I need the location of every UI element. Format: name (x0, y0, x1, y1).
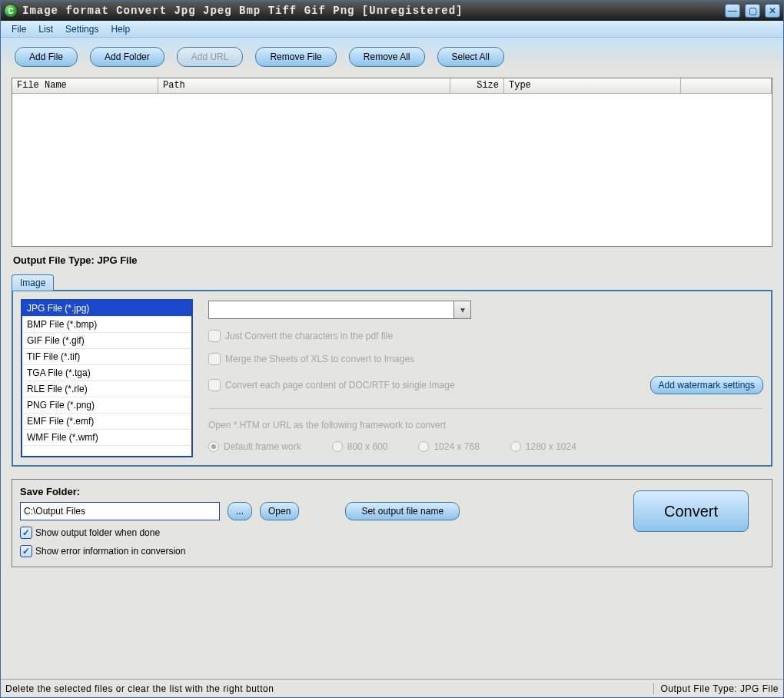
app-window: C Image format Convert Jpg Jpeg Bmp Tiff… (0, 0, 784, 698)
col-type[interactable]: Type (504, 78, 681, 93)
framework-row: Default frame work 800 x 600 1024 x 768 (208, 441, 763, 452)
opt-convert-page-checkbox[interactable] (208, 379, 221, 391)
output-file-type-label: Output File Type: JPG File (12, 251, 772, 269)
frame-800-label: 800 x 600 (347, 441, 388, 452)
menu-list[interactable]: List (34, 22, 58, 36)
tab-body: JPG File (*.jpg) BMP File (*.bmp) GIF Fi… (12, 290, 772, 467)
frame-1024-radio[interactable] (418, 441, 429, 452)
format-item-emf[interactable]: EMF File (*.emf) (22, 414, 191, 430)
opt-merge-sheets-label: Merge the Sheets of XLS to convert to Im… (225, 354, 414, 364)
show-output-folder-checkbox[interactable]: ✓ (20, 527, 32, 539)
opt-just-convert-checkbox[interactable] (208, 330, 221, 342)
format-item-rle[interactable]: RLE File (*.rle) (22, 381, 191, 397)
opt-merge-sheets-row: Merge the Sheets of XLS to convert to Im… (208, 353, 763, 365)
browse-button[interactable]: ... (228, 502, 252, 520)
format-item-bmp[interactable]: BMP File (*.bmp) (22, 317, 191, 333)
format-item-jpg[interactable]: JPG File (*.jpg) (22, 301, 191, 317)
format-list[interactable]: JPG File (*.jpg) BMP File (*.bmp) GIF Fi… (21, 299, 193, 457)
save-folder-input[interactable] (20, 502, 220, 520)
add-watermark-button[interactable]: Add watermark settings (650, 376, 763, 394)
show-error-checkbox[interactable]: ✓ (20, 545, 32, 557)
col-path[interactable]: Path (158, 78, 450, 93)
options-column: ▾ Just Convert the characters in the pdf… (208, 299, 763, 457)
menu-bar: File List Settings Help (1, 21, 783, 38)
window-title: Image format Convert Jpg Jpeg Bmp Tiff G… (22, 5, 725, 17)
frame-default-option[interactable]: Default frame work (208, 441, 301, 452)
show-output-folder-label: Show output folder when done (35, 527, 160, 538)
show-error-label: Show error information in conversion (35, 546, 185, 557)
options-combo-dropdown[interactable]: ▾ (454, 301, 471, 319)
options-combo-input[interactable] (208, 301, 454, 319)
maximize-button[interactable]: ▢ (745, 4, 760, 18)
minimize-button[interactable]: — (725, 4, 740, 18)
set-output-name-button[interactable]: Set output file name (345, 502, 460, 520)
opt-convert-page-row: Convert each page content of DOC/RTF to … (208, 379, 635, 391)
frame-1280-option[interactable]: 1280 x 1024 (510, 441, 576, 452)
add-folder-button[interactable]: Add Folder (90, 47, 164, 67)
col-spacer (681, 78, 772, 93)
add-url-button: Add URL (177, 47, 244, 67)
options-combo: ▾ (208, 301, 763, 319)
format-item-tga[interactable]: TGA File (*.tga) (22, 365, 191, 381)
options-divider (208, 408, 763, 409)
toolbar: Add File Add Folder Add URL Remove File … (12, 45, 772, 73)
opt-just-convert-label: Just Convert the characters in the pdf f… (225, 331, 393, 341)
status-right: Output File Type: JPG File (653, 683, 779, 694)
menu-settings[interactable]: Settings (61, 22, 103, 36)
menu-file[interactable]: File (7, 22, 31, 36)
frame-default-label: Default frame work (224, 441, 301, 452)
remove-all-button[interactable]: Remove All (349, 47, 425, 67)
file-list-headers: File Name Path Size Type (12, 78, 772, 94)
show-error-row: ✓ Show error information in conversion (20, 545, 764, 557)
tabstrip: Image (12, 274, 772, 290)
titlebar: C Image format Convert Jpg Jpeg Bmp Tiff… (1, 1, 783, 21)
frame-1024-label: 1024 x 768 (434, 441, 479, 452)
open-button[interactable]: Open (260, 502, 299, 520)
convert-button[interactable]: Convert (633, 490, 749, 532)
window-controls: — ▢ ✕ (725, 4, 780, 18)
status-left: Delete the selected files or clear the l… (5, 683, 653, 694)
app-icon: C (4, 4, 18, 18)
col-size[interactable]: Size (450, 78, 504, 93)
frame-1024-option[interactable]: 1024 x 768 (418, 441, 479, 452)
opt-just-convert-row: Just Convert the characters in the pdf f… (208, 330, 763, 342)
frame-default-radio[interactable] (208, 441, 219, 452)
col-file-name[interactable]: File Name (12, 78, 158, 93)
status-bar: Delete the selected files or clear the l… (1, 679, 783, 697)
frame-800-option[interactable]: 800 x 600 (332, 441, 388, 452)
file-list-body[interactable] (12, 94, 772, 246)
frame-800-radio[interactable] (332, 441, 343, 452)
format-item-gif[interactable]: GIF File (*.gif) (22, 333, 191, 349)
format-item-png[interactable]: PNG File (*.png) (22, 397, 191, 414)
file-list-panel: File Name Path Size Type (12, 78, 772, 247)
format-item-tif[interactable]: TIF File (*.tif) (22, 349, 191, 365)
select-all-button[interactable]: Select All (437, 47, 504, 67)
tab-area: Image JPG File (*.jpg) BMP File (*.bmp) … (12, 274, 772, 467)
add-file-button[interactable]: Add File (15, 47, 78, 67)
frame-1280-radio[interactable] (510, 441, 521, 452)
format-item-wmf[interactable]: WMF File (*.wmf) (22, 430, 191, 446)
opt-convert-page-label: Convert each page content of DOC/RTF to … (225, 380, 455, 391)
menu-help[interactable]: Help (106, 22, 135, 36)
frame-1280-label: 1280 x 1024 (526, 441, 576, 452)
opt-merge-sheets-checkbox[interactable] (208, 353, 221, 365)
tab-image[interactable]: Image (12, 274, 54, 291)
save-panel: Save Folder: ... Open Set output file na… (12, 479, 772, 567)
framework-label: Open *.HTM or URL as the following frame… (208, 420, 763, 430)
main-content: Add File Add Folder Add URL Remove File … (1, 38, 783, 679)
close-button[interactable]: ✕ (765, 4, 780, 18)
remove-file-button[interactable]: Remove File (255, 47, 336, 67)
